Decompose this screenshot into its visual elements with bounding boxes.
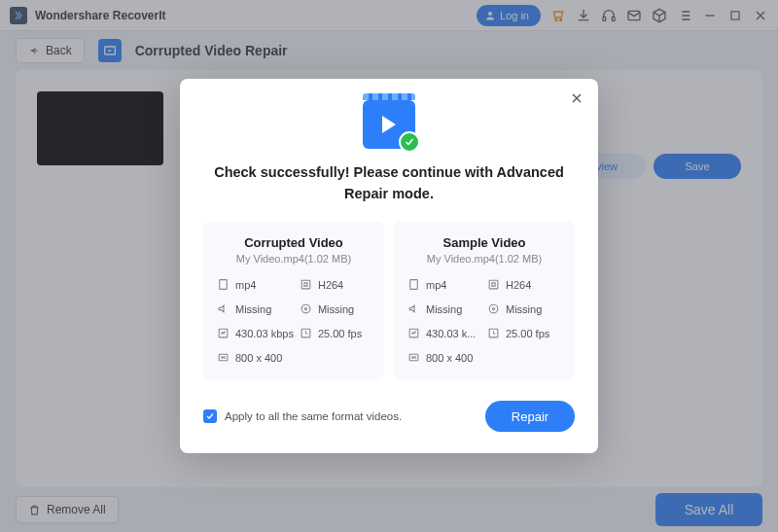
apply-all-label: Apply to all the same format videos. — [225, 410, 402, 422]
codec-icon — [300, 278, 312, 291]
comparison-cards: Corrupted Video My Video.mp4(1.02 MB) mp… — [203, 222, 575, 379]
prop-bitrate: 430.03 kbps — [217, 327, 294, 339]
svg-rect-16 — [489, 280, 498, 289]
modal-overlay: Check successfully! Please continue with… — [0, 0, 778, 532]
repair-button[interactable]: Repair — [485, 401, 575, 432]
prop-resolution: 800 x 400 — [217, 351, 294, 364]
sample-subtitle: My Video.mp4(1.02 MB) — [407, 253, 561, 265]
check-badge-icon — [399, 131, 420, 153]
prop-audio: Missing — [217, 302, 294, 315]
svg-rect-15 — [410, 280, 418, 290]
svg-point-18 — [492, 308, 494, 310]
prop-format: mp4 — [217, 278, 294, 291]
modal-hero-icon — [203, 100, 575, 149]
svg-rect-8 — [220, 280, 228, 290]
file-icon — [407, 278, 420, 291]
resolution-icon — [217, 351, 230, 364]
fps-icon — [300, 327, 312, 339]
sample-title: Sample Video — [407, 235, 561, 250]
bitrate-icon — [217, 327, 230, 339]
checkbox-icon — [203, 409, 217, 423]
audio-icon — [407, 302, 420, 315]
apply-all-checkbox[interactable]: Apply to all the same format videos. — [203, 409, 402, 423]
prop-fps: 25.00 fps — [300, 327, 371, 339]
corrupted-title: Corrupted Video — [217, 235, 371, 250]
sample-card: Sample Video My Video.mp4(1.02 MB) mp4 H… — [394, 222, 575, 379]
prop-fps: 25.00 fps — [487, 327, 561, 339]
prop-codec: H264 — [300, 278, 371, 291]
disc-icon — [300, 302, 312, 315]
modal-message: Check successfully! Please continue with… — [203, 162, 575, 205]
corrupted-subtitle: My Video.mp4(1.02 MB) — [217, 253, 371, 265]
prop-bitrate: 430.03 k... — [407, 327, 481, 339]
resolution-icon — [407, 351, 420, 364]
prop-audio2: Missing — [300, 302, 371, 315]
codec-icon — [487, 278, 500, 291]
fps-icon — [487, 327, 500, 339]
disc-icon — [487, 302, 500, 315]
prop-codec: H264 — [487, 278, 561, 291]
advanced-repair-modal: Check successfully! Please continue with… — [180, 79, 598, 454]
prop-resolution: 800 x 400 — [407, 351, 481, 364]
svg-rect-9 — [301, 280, 310, 289]
svg-point-10 — [301, 304, 310, 313]
corrupted-card: Corrupted Video My Video.mp4(1.02 MB) mp… — [203, 222, 384, 379]
modal-footer: Apply to all the same format videos. Rep… — [203, 401, 575, 432]
file-icon — [217, 278, 230, 291]
svg-point-11 — [304, 308, 306, 310]
svg-point-17 — [489, 304, 498, 313]
prop-format: mp4 — [407, 278, 481, 291]
prop-audio2: Missing — [487, 302, 561, 315]
audio-icon — [217, 302, 230, 315]
prop-audio: Missing — [407, 302, 481, 315]
bitrate-icon — [407, 327, 420, 339]
